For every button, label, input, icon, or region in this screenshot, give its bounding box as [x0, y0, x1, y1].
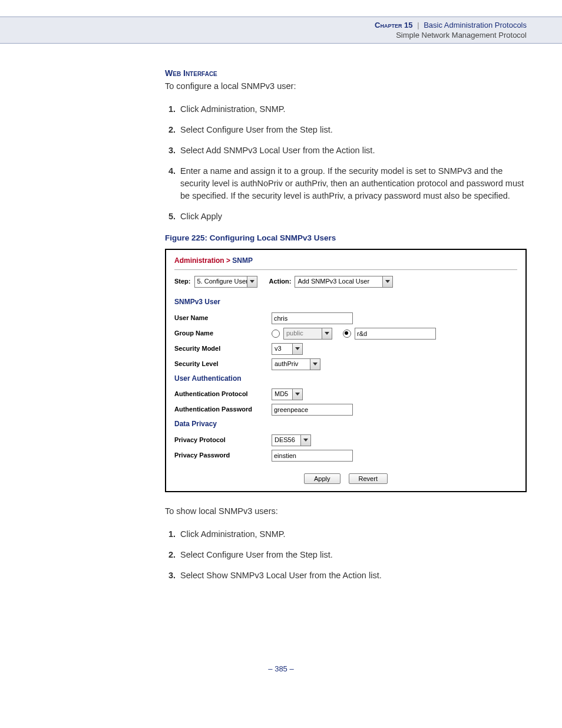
user-name-label: User Name — [174, 314, 272, 323]
step-dropdown[interactable]: 5. Configure User — [194, 276, 257, 288]
steps-list-1: Click Administration, SNMP. Select Confi… — [165, 103, 527, 223]
section-snmpv3-user: SNMPv3 User — [174, 297, 517, 307]
section-user-auth: User Authentication — [174, 374, 517, 384]
security-model-value: v3 — [272, 344, 292, 354]
step-action-row: Step: 5. Configure User Action: Add SNMP… — [174, 276, 517, 288]
chapter-label: Chapter 15 — [375, 21, 412, 29]
page-header: Chapter 15 | Basic Administration Protoc… — [0, 17, 562, 44]
security-level-dropdown[interactable]: authPriv — [272, 358, 320, 370]
intro-text-1: To configure a local SNMPv3 user: — [165, 80, 527, 93]
svg-marker-1 — [385, 280, 390, 283]
svg-marker-2 — [325, 332, 329, 335]
svg-marker-0 — [250, 280, 254, 283]
auth-proto-value: MD5 — [272, 389, 292, 400]
action-dropdown-value: Add SNMPv3 Local User — [295, 276, 382, 287]
group-radio-custom[interactable] — [343, 330, 351, 338]
group-name-label: Group Name — [174, 329, 272, 338]
step-item: Select Configure User from the Step list… — [178, 124, 527, 136]
step-item: Click Administration, SNMP. — [178, 528, 527, 541]
breadcrumb-leaf: SNMP — [232, 256, 253, 265]
priv-pass-label: Privacy Password — [174, 451, 272, 460]
group-radio-public[interactable] — [272, 330, 280, 338]
header-separator: | — [415, 21, 421, 29]
header-title-1: Basic Administration Protocols — [424, 21, 527, 29]
step-label: Step: — [174, 277, 191, 286]
group-public-dropdown[interactable]: public — [283, 328, 332, 340]
priv-proto-value: DES56 — [272, 435, 300, 446]
chevron-down-icon — [292, 344, 302, 354]
steps-list-2: Click Administration, SNMP. Select Confi… — [165, 528, 527, 582]
section-heading: Web Interface — [165, 67, 527, 79]
security-model-label: Security Model — [174, 344, 272, 354]
page-number: – 385 – — [0, 664, 562, 685]
chevron-down-icon — [300, 435, 310, 446]
svg-marker-4 — [313, 363, 318, 365]
security-level-label: Security Level — [174, 360, 272, 369]
step-item: Select Show SNMPv3 Local User from the A… — [178, 569, 527, 582]
header-title-2: Simple Network Management Protocol — [0, 31, 527, 39]
intro-text-2: To show local SNMPv3 users: — [165, 505, 527, 518]
action-dropdown[interactable]: Add SNMPv3 Local User — [295, 276, 393, 288]
step-dropdown-value: 5. Configure User — [195, 276, 247, 287]
auth-pass-input[interactable] — [272, 404, 353, 416]
group-public-value: public — [284, 328, 322, 339]
breadcrumb-root: Administration > — [174, 256, 230, 265]
step-item: Click Administration, SNMP. — [178, 103, 527, 116]
chevron-down-icon — [322, 328, 332, 339]
step-item: Enter a name and assign it to a group. I… — [178, 165, 527, 202]
figure-screenshot: Administration > SNMP Step: 5. Configure… — [165, 249, 527, 492]
group-custom-input[interactable] — [355, 328, 436, 340]
chevron-down-icon — [310, 359, 320, 370]
priv-pass-input[interactable] — [272, 450, 353, 462]
auth-pass-label: Authentication Password — [174, 405, 272, 414]
user-name-input[interactable] — [272, 312, 353, 324]
chevron-down-icon — [247, 276, 257, 287]
main-content: Web Interface To configure a local SNMPv… — [165, 67, 527, 582]
svg-marker-3 — [295, 347, 300, 350]
security-level-value: authPriv — [272, 359, 310, 370]
priv-proto-label: Privacy Protocol — [174, 436, 272, 445]
auth-proto-dropdown[interactable]: MD5 — [272, 388, 303, 400]
apply-button[interactable]: Apply — [304, 473, 340, 484]
step-item: Select Add SNMPv3 Local User from the Ac… — [178, 144, 527, 157]
step-item: Select Configure User from the Step list… — [178, 549, 527, 561]
section-data-privacy: Data Privacy — [174, 419, 517, 429]
action-label: Action: — [269, 277, 292, 286]
chevron-down-icon — [382, 276, 392, 287]
priv-proto-dropdown[interactable]: DES56 — [272, 434, 311, 446]
step-item: Click Apply — [178, 210, 527, 223]
svg-marker-6 — [303, 439, 308, 442]
svg-marker-5 — [295, 393, 300, 396]
revert-button[interactable]: Revert — [349, 473, 388, 484]
security-model-dropdown[interactable]: v3 — [272, 343, 303, 355]
chevron-down-icon — [292, 389, 302, 400]
breadcrumb: Administration > SNMP — [174, 256, 517, 266]
auth-proto-label: Authentication Protocol — [174, 390, 272, 399]
figure-caption: Figure 225: Configuring Local SNMPv3 Use… — [165, 232, 527, 244]
